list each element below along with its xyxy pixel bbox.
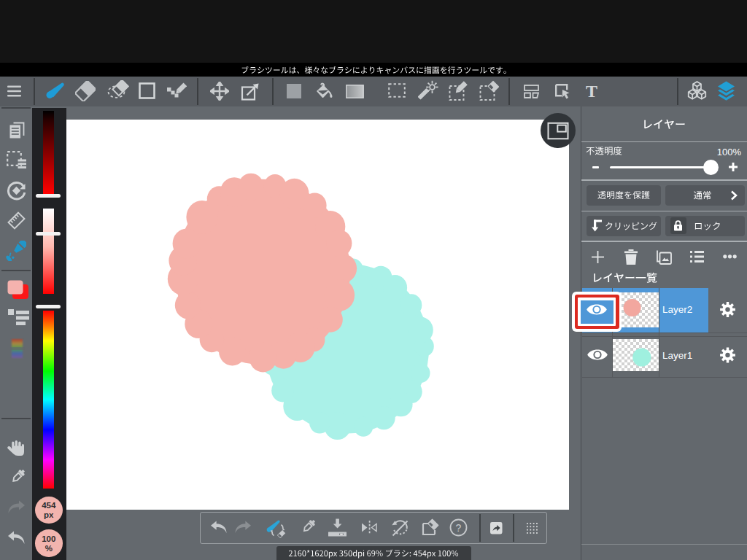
- svg-text:?: ?: [456, 522, 462, 534]
